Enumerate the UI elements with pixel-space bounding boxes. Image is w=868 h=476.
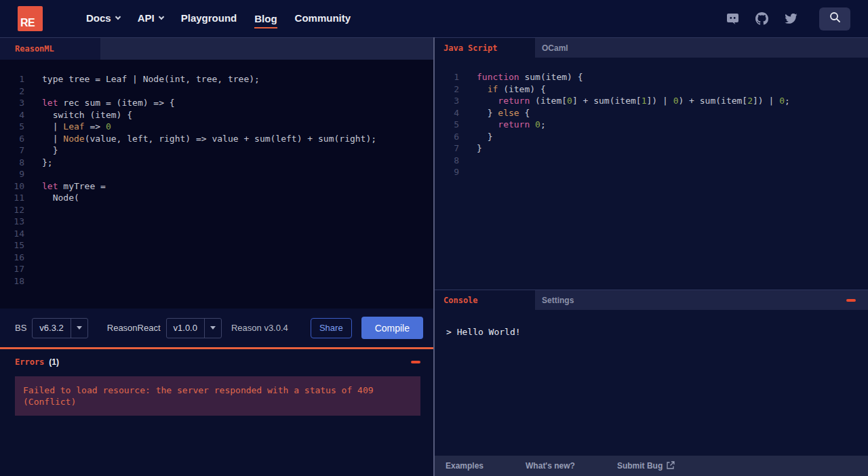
line-number: 18 xyxy=(0,275,24,287)
tab-javascript[interactable]: Java Script xyxy=(435,38,535,58)
reason-version-label: Reason v3.0.4 xyxy=(231,323,288,333)
line-number: 5 xyxy=(0,121,24,133)
line-number: 2 xyxy=(435,83,459,96)
chevron-down-icon xyxy=(115,14,120,19)
code-line: 11 Node( xyxy=(0,192,433,204)
code-line: 2 if (item) { xyxy=(435,83,868,96)
github-icon[interactable] xyxy=(755,12,768,25)
dropdown-arrow-icon[interactable] xyxy=(71,319,87,338)
code-line: 16 xyxy=(0,252,433,264)
line-number: 16 xyxy=(0,252,24,264)
nav-menu: Docs API Playground Blog Community xyxy=(86,12,351,25)
code-line: 5 | Leaf => 0 xyxy=(0,121,433,133)
main-split: ReasonML 1type tree = Leaf | Node(int, t… xyxy=(0,37,868,476)
nav-item-label: API xyxy=(138,12,155,24)
line-number: 9 xyxy=(435,166,459,178)
code-line: 18 xyxy=(0,275,433,287)
nav-right xyxy=(726,7,850,31)
nav-item-blog[interactable]: Blog xyxy=(254,13,277,28)
code-line: 2 xyxy=(0,85,433,98)
nav-item-label: Blog xyxy=(254,13,277,24)
nav-item-docs[interactable]: Docs xyxy=(86,12,120,25)
bs-label: BS xyxy=(15,323,26,333)
reasonreact-version-value: v1.0.0 xyxy=(167,319,204,338)
navbar: RE Docs API Playground Blog Community xyxy=(0,0,868,37)
search-button[interactable] xyxy=(819,7,850,31)
dropdown-arrow-icon[interactable] xyxy=(204,319,221,338)
errors-title: Errors xyxy=(15,357,44,367)
line-number: 13 xyxy=(0,216,24,228)
code-line: 4 switch (item) { xyxy=(0,109,433,121)
tab-reasonml[interactable]: ReasonML xyxy=(0,38,100,60)
twitter-icon[interactable] xyxy=(785,14,797,24)
line-number: 2 xyxy=(0,85,24,98)
compile-button[interactable]: Compile xyxy=(361,317,423,339)
code-line: 13 xyxy=(0,216,433,228)
nav-item-label: Docs xyxy=(86,12,111,24)
code-line: 15 xyxy=(0,239,433,252)
line-number: 3 xyxy=(435,95,459,107)
line-number: 6 xyxy=(435,131,459,143)
javascript-output-editor[interactable]: 1function sum(item) {2 if (item) {3 retu… xyxy=(435,58,868,290)
left-toolbar: BS v6.3.2 ReasonReact v1.0.0 Reason v3.0… xyxy=(0,309,433,347)
errors-panel: Errors (1) Failed to load resource: the … xyxy=(0,349,433,476)
chevron-down-icon xyxy=(158,14,163,19)
tab-settings[interactable]: Settings xyxy=(535,290,574,310)
errors-header: Errors (1) xyxy=(0,349,433,375)
code-line: 9 xyxy=(0,168,433,180)
examples-link[interactable]: Examples xyxy=(446,461,484,471)
code-line: 3 return (item[0] + sum(item[1]) | 0) + … xyxy=(435,95,868,107)
nav-item-community[interactable]: Community xyxy=(295,12,351,25)
submit-bug-label: Submit Bug xyxy=(617,461,663,471)
nav-item-label: Playground xyxy=(181,12,237,24)
bs-version-value: v6.3.2 xyxy=(33,319,70,338)
code-line: 1type tree = Leaf | Node(int, tree, tree… xyxy=(0,73,433,85)
bs-version-select[interactable]: v6.3.2 xyxy=(32,318,87,338)
console-tabbar: Console Settings xyxy=(435,290,868,310)
left-panel: ReasonML 1type tree = Leaf | Node(int, t… xyxy=(0,37,433,476)
line-number: 11 xyxy=(0,192,24,204)
line-number: 14 xyxy=(0,228,24,240)
whats-new-link[interactable]: What's new? xyxy=(526,461,575,471)
code-line: 4 } else { xyxy=(435,107,868,119)
code-line: 5 return 0; xyxy=(435,119,868,131)
external-link-icon xyxy=(667,461,675,471)
right-footer: Examples What's new? Submit Bug xyxy=(435,456,868,476)
line-number: 1 xyxy=(0,73,24,85)
collapse-minus-icon[interactable] xyxy=(846,299,856,302)
line-number: 10 xyxy=(0,180,24,193)
code-line: 3let rec sum = (item) => { xyxy=(0,97,433,109)
collapse-minus-icon[interactable] xyxy=(411,361,420,363)
code-line: 10let myTree = xyxy=(0,180,433,193)
line-number: 8 xyxy=(435,155,459,167)
nav-item-label: Community xyxy=(295,12,351,24)
code-line: 6 | Node(value, left, right) => value + … xyxy=(0,133,433,145)
code-line: 6 } xyxy=(435,131,868,143)
reason-editor[interactable]: 1type tree = Leaf | Node(int, tree, tree… xyxy=(0,60,433,309)
code-line: 12 xyxy=(0,204,433,216)
reasonreact-label: ReasonReact xyxy=(107,323,161,333)
code-line: 8 xyxy=(435,155,868,167)
tab-ocaml[interactable]: OCaml xyxy=(535,38,568,58)
tab-console[interactable]: Console xyxy=(435,290,535,310)
submit-bug-link[interactable]: Submit Bug xyxy=(617,461,675,471)
code-line: 7} xyxy=(435,142,868,155)
reasonreact-version-select[interactable]: v1.0.0 xyxy=(166,318,222,338)
code-line: 14 xyxy=(0,228,433,240)
nav-item-playground[interactable]: Playground xyxy=(181,12,237,25)
discord-icon[interactable] xyxy=(726,13,739,24)
left-tabbar: ReasonML xyxy=(0,37,433,60)
search-icon xyxy=(829,12,841,26)
share-button[interactable]: Share xyxy=(311,318,352,338)
line-number: 7 xyxy=(0,144,24,157)
nav-item-api[interactable]: API xyxy=(138,12,163,25)
code-line: 17 xyxy=(0,263,433,275)
error-message: Failed to load resource: the server resp… xyxy=(15,376,420,416)
reason-logo[interactable]: RE xyxy=(18,6,43,31)
line-number: 15 xyxy=(0,239,24,252)
line-number: 6 xyxy=(0,133,24,145)
line-number: 8 xyxy=(0,157,24,169)
code-line: 1function sum(item) { xyxy=(435,71,868,83)
line-number: 1 xyxy=(435,71,459,83)
line-number: 17 xyxy=(0,263,24,275)
